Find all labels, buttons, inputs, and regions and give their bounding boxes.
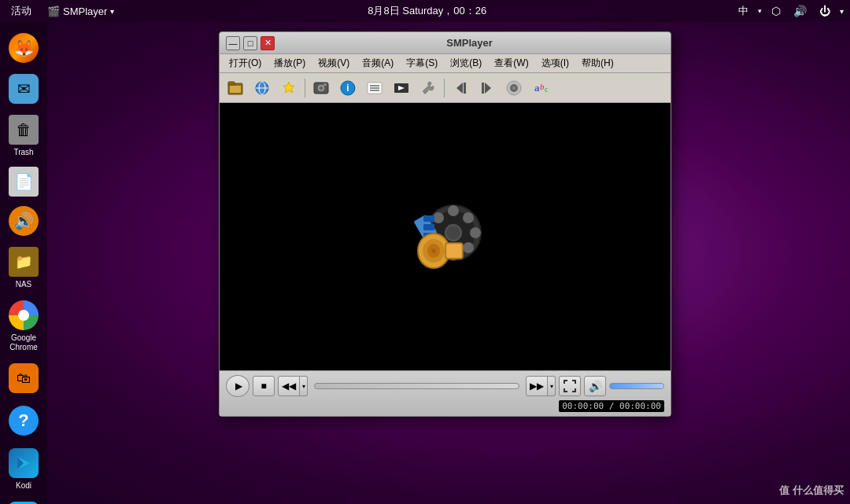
svg-rect-52 [423, 224, 434, 230]
close-button[interactable]: ✕ [261, 36, 275, 50]
stop-button[interactable]: ■ [253, 376, 275, 396]
forward-button[interactable]: ▶▶ [526, 376, 548, 396]
svg-point-42 [448, 205, 459, 216]
toolbar-logo-btn[interactable] [389, 76, 414, 100]
svg-text:c: c [545, 85, 549, 94]
volume-panel-icon[interactable]: 🔊 [790, 5, 810, 17]
rewind-button[interactable]: ◀◀ [278, 376, 300, 396]
firefox-icon: 🦊 [7, 31, 40, 64]
svg-marker-31 [485, 83, 491, 94]
svg-point-41 [445, 225, 461, 241]
window-title: SMPlayer [275, 37, 664, 49]
toolbar-playlist-btn[interactable] [362, 76, 387, 100]
dock-item-sound[interactable]: 🔊 [1, 203, 46, 239]
svg-rect-20 [323, 83, 327, 86]
dock-item-chrome[interactable]: Google Chrome [1, 296, 46, 355]
menu-bar: 打开(O) 播放(P) 视频(V) 音频(A) 字幕(S) 浏览(B) 查看(W… [220, 54, 671, 73]
forward-group: ▶▶ ▾ [526, 376, 556, 396]
fullscreen-icon [563, 379, 577, 393]
panel-app-arrow-icon: ▾ [110, 7, 114, 16]
kodi-icon [7, 447, 40, 480]
mail-icon: ✉ [9, 74, 39, 104]
volume-button[interactable]: 🔊 [584, 376, 606, 396]
dock-item-qq[interactable]: 🐧 [1, 497, 46, 504]
toolbar-chapter-btn[interactable] [501, 76, 527, 100]
power-icon[interactable]: ⏻ [816, 5, 833, 17]
dock-item-nas[interactable]: 📁 NAS [1, 242, 46, 292]
rewind-icon: ◀◀ [282, 381, 296, 392]
toolbar-open-btn[interactable] [223, 76, 248, 100]
time-display: 00:00:00 / 00:00:00 [559, 400, 664, 412]
watermark: 值 什么值得买 [779, 484, 844, 498]
panel-arrow-icon: ▾ [840, 7, 844, 16]
panel-clock[interactable]: 8月8日 Saturday，00：26 [119, 4, 735, 18]
datetime-display: 8月8日 Saturday，00：26 [368, 5, 486, 17]
dock-item-mail[interactable]: ✉ [1, 71, 46, 107]
dock-item-firefox[interactable]: 🦊 [1, 28, 46, 68]
panel-app-smplayer[interactable]: 🎬 SMPlayer ▾ [42, 6, 119, 17]
forward-dropdown[interactable]: ▾ [548, 376, 556, 396]
menu-browse[interactable]: 浏览(B) [444, 55, 488, 72]
toolbar-next-btn[interactable] [475, 76, 500, 100]
controls-bar: ▶ ■ ◀◀ ▾ ▶▶ [220, 370, 671, 416]
play-icon: ▶ [235, 381, 242, 392]
files-icon: 📄 [9, 167, 39, 197]
maximize-icon: □ [248, 39, 253, 48]
menu-subtitles[interactable]: 字幕(S) [400, 55, 444, 72]
dock-item-kodi[interactable]: Kodi [1, 443, 46, 494]
close-icon: ✕ [264, 38, 272, 48]
video-area[interactable] [220, 103, 671, 370]
fullscreen-button[interactable] [559, 376, 581, 396]
svg-rect-32 [482, 83, 484, 94]
panel-right: 中 ▾ ⬡ 🔊 ⏻ ▾ [735, 4, 850, 18]
toolbar-url-btn[interactable] [249, 76, 275, 100]
dock-item-files[interactable]: 📄 [1, 164, 46, 200]
controls-row: ▶ ■ ◀◀ ▾ ▶▶ [226, 374, 664, 398]
toolbar-info-btn[interactable]: i [335, 76, 360, 100]
maximize-button[interactable]: □ [243, 36, 257, 50]
toolbar-prev-btn[interactable] [448, 76, 473, 100]
svg-point-47 [463, 242, 474, 253]
svg-point-19 [320, 86, 323, 90]
help-icon: ? [7, 404, 40, 437]
menu-open[interactable]: 打开(O) [223, 55, 268, 72]
activities-button[interactable]: 活动 [3, 4, 39, 18]
rewind-dropdown[interactable]: ▾ [300, 376, 308, 396]
chrome-label: Google Chrome [2, 333, 45, 352]
seek-slider[interactable] [314, 383, 519, 389]
smplayer-window: — □ ✕ SMPlayer 打开(O) 播放(P) 视频(V) 音频(A) 字… [219, 31, 671, 417]
svg-rect-12 [228, 82, 235, 85]
panel-left: 活动 🎬 SMPlayer ▾ [0, 4, 119, 18]
toolbar-favorite-btn[interactable] [276, 76, 301, 100]
nas-label: NAS [16, 280, 32, 289]
svg-point-49 [463, 212, 474, 223]
toolbar-subtitle-style-btn[interactable]: a b c [528, 76, 553, 100]
dock-item-appstore[interactable]: 🛍 [1, 359, 46, 398]
menu-audio[interactable]: 音频(A) [356, 55, 400, 72]
menu-help[interactable]: 帮助(H) [575, 55, 620, 72]
minimize-icon: — [229, 39, 238, 48]
svg-marker-29 [456, 83, 463, 94]
toolbar-sep1 [305, 79, 305, 97]
minimize-button[interactable]: — [226, 36, 240, 50]
menu-options[interactable]: 选项(I) [535, 55, 575, 72]
menu-play[interactable]: 播放(P) [268, 55, 312, 72]
top-panel: 活动 🎬 SMPlayer ▾ 8月8日 Saturday，00：26 中 ▾ … [0, 0, 850, 22]
watermark-text: 值 什么值得买 [779, 484, 844, 496]
toolbar-screenshot-btn[interactable] [309, 76, 334, 100]
stop-icon: ■ [261, 381, 266, 392]
input-method-button[interactable]: 中 [735, 4, 752, 18]
volume-icon: 🔊 [589, 380, 602, 392]
menu-view[interactable]: 查看(W) [488, 55, 534, 72]
menu-video[interactable]: 视频(V) [312, 55, 356, 72]
svg-rect-13 [230, 86, 241, 93]
dock-item-help[interactable]: ? [1, 401, 46, 440]
trash-icon: 🗑 [7, 113, 40, 146]
dock-item-trash[interactable]: 🗑 Trash [1, 110, 46, 160]
svg-text:a: a [534, 82, 540, 94]
play-button[interactable]: ▶ [226, 375, 249, 397]
panel-app-name: SMPlayer [63, 6, 107, 17]
volume-slider[interactable] [609, 383, 664, 389]
network-icon[interactable]: ⬡ [768, 5, 784, 17]
toolbar-wrench-btn[interactable] [416, 76, 441, 100]
